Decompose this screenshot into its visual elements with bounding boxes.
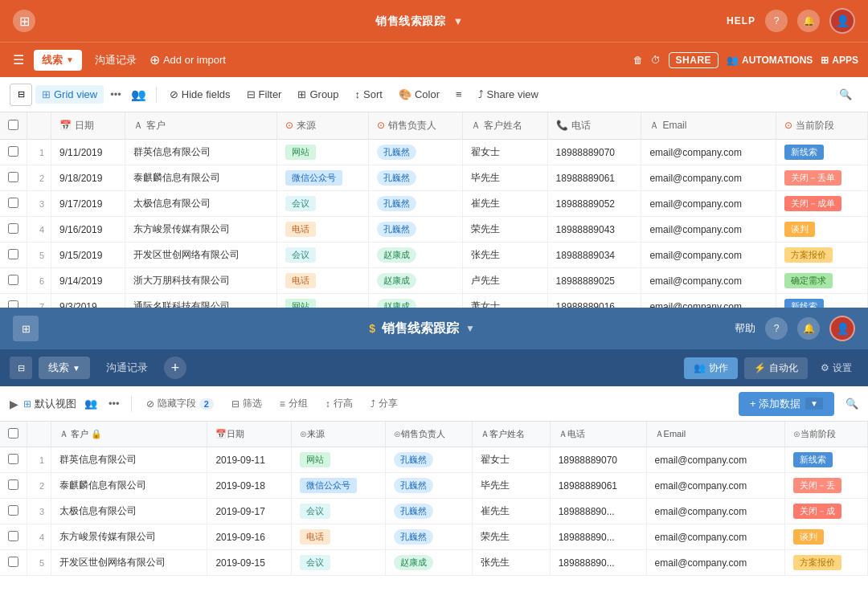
- table-row[interactable]: 6 9/14/2019 浙大万朋科技有限公司 电话 赵康成 卢先生 189888…: [0, 268, 868, 294]
- row-checkbox[interactable]: [0, 191, 27, 217]
- bottom-header-customer[interactable]: Ａ 客户 🔒: [51, 422, 207, 447]
- table-row[interactable]: 2 9/18/2019 泰麒麟信息有限公司 微信公众号 孔巍然 毕先生 1898…: [0, 165, 868, 191]
- bottom-header-checkbox[interactable]: [0, 422, 27, 447]
- table-row[interactable]: 5 9/15/2019 开发区世创网络有限公司 会议 赵康成 张先生 18988…: [0, 243, 868, 268]
- header-stage[interactable]: ⊙当前阶段: [776, 112, 868, 140]
- filter-btn[interactable]: ⊟ Filter: [240, 85, 289, 104]
- table-row[interactable]: 3 9/17/2019 太极信息有限公司 会议 孔巍然 崔先生 18988889…: [0, 191, 868, 217]
- bottom-search-btn[interactable]: 🔍: [845, 398, 858, 410]
- row-checkbox[interactable]: [0, 550, 27, 576]
- header-contact[interactable]: Ａ客户姓名: [463, 112, 547, 140]
- bottom-logo[interactable]: ⊞: [13, 316, 39, 341]
- more-views-icon[interactable]: •••: [107, 85, 125, 104]
- row-contact: 萧女士: [463, 294, 547, 308]
- invite-icon[interactable]: 👥: [128, 84, 149, 105]
- bottom-more-icon[interactable]: •••: [105, 394, 123, 413]
- row-num: 4: [27, 524, 51, 550]
- bottom-select-all[interactable]: [8, 428, 18, 439]
- automation-btn[interactable]: ⚡ 自动化: [744, 357, 808, 379]
- row-checkbox[interactable]: [0, 268, 27, 294]
- row-sales-rep: 孔巍然: [369, 140, 463, 165]
- share-badge[interactable]: SHARE: [669, 52, 719, 68]
- table-row[interactable]: 7 9/3/2019 通际名联科技有限公司 网站 赵康成 萧女士 1898888…: [0, 294, 868, 308]
- help-label[interactable]: HELP: [727, 15, 755, 27]
- sort-btn[interactable]: ↕ Sort: [349, 85, 389, 104]
- bottom-header-contact[interactable]: Ａ客户姓名: [473, 422, 551, 447]
- row-checkbox[interactable]: [0, 165, 27, 191]
- bottom-filter-label: 筛选: [243, 397, 262, 410]
- bottom-sidebar-toggle[interactable]: ⊟: [10, 357, 32, 379]
- bottom-header-sales[interactable]: ⊙销售负责人: [386, 422, 473, 447]
- default-view-btn[interactable]: ⊞ 默认视图: [23, 397, 76, 411]
- search-btn[interactable]: 🔍: [833, 85, 858, 104]
- bottom-share-btn[interactable]: ⤴ 分享: [364, 394, 404, 413]
- row-height-btn[interactable]: ≡: [449, 85, 469, 104]
- grid-view-btn[interactable]: ⊞ Grid view: [35, 85, 104, 104]
- header-checkbox[interactable]: [0, 112, 27, 140]
- bottom-people-icon[interactable]: 👥: [81, 394, 100, 413]
- row-checkbox[interactable]: [0, 447, 27, 473]
- row-checkbox[interactable]: [0, 524, 27, 550]
- sidebar-toggle[interactable]: ⊟: [10, 84, 32, 106]
- bottom-notification-icon[interactable]: 🔔: [797, 317, 820, 340]
- table-row[interactable]: 3 太极信息有限公司 2019-09-17 会议 孔巍然 崔先生 1898888…: [0, 499, 868, 524]
- collab-btn[interactable]: 👥 协作: [684, 357, 738, 379]
- header-customer[interactable]: Ａ客户: [125, 112, 277, 140]
- row-checkbox[interactable]: [0, 473, 27, 499]
- table-row[interactable]: 4 9/16/2019 东方峻景传媒有限公司 电话 孔巍然 荣先生 189888…: [0, 217, 868, 243]
- settings-btn[interactable]: ⚙ 设置: [814, 357, 858, 379]
- automations-btn[interactable]: 👥 AUTOMATIONS: [727, 55, 813, 66]
- row-checkbox[interactable]: [0, 294, 27, 308]
- row-checkbox[interactable]: [0, 499, 27, 524]
- bottom-header-email[interactable]: ＡEmail: [646, 422, 784, 447]
- bottom-header-date[interactable]: 📅日期: [207, 422, 292, 447]
- table-row[interactable]: 5 开发区世创网络有限公司 2019-09-15 会议 赵康成 张先生 1898…: [0, 550, 868, 576]
- app-logo[interactable]: ⊞: [13, 10, 35, 32]
- table-row[interactable]: 1 9/11/2019 群英信息有限公司 网站 孔巍然 翟女士 18988889…: [0, 140, 868, 165]
- trash-icon[interactable]: 🗑: [633, 55, 643, 66]
- bottom-hide-fields-btn[interactable]: ⊘ 隐藏字段 2: [140, 394, 220, 413]
- header-email[interactable]: ＡEmail: [641, 112, 776, 140]
- table-row[interactable]: 2 泰麒麟信息有限公司 2019-09-18 微信公众号 孔巍然 毕先生 189…: [0, 473, 868, 499]
- bottom-header-stage[interactable]: ⊙当前阶段: [785, 422, 868, 447]
- hamburger-icon[interactable]: ☰: [10, 49, 27, 71]
- group-btn[interactable]: ⊞ Group: [291, 85, 345, 104]
- leads-tab[interactable]: 线索 ▼: [34, 50, 82, 71]
- help-icon[interactable]: ?: [765, 10, 788, 32]
- color-btn[interactable]: 🎨 Color: [392, 85, 446, 104]
- add-data-btn[interactable]: + 添加数据 ▼: [739, 392, 834, 416]
- row-checkbox[interactable]: [0, 217, 27, 243]
- table-row[interactable]: 1 群英信息有限公司 2019-09-11 网站 孔巍然 翟女士 1898888…: [0, 447, 868, 473]
- bottom-add-tab[interactable]: +: [164, 357, 186, 379]
- bottom-help-label[interactable]: 帮助: [735, 321, 755, 336]
- row-customer: 泰麒麟信息有限公司: [51, 473, 207, 499]
- collab-label: 协作: [709, 361, 728, 375]
- add-import-btn[interactable]: ⊕ Add or import: [149, 52, 226, 67]
- bottom-header-source[interactable]: ⊙来源: [292, 422, 386, 447]
- table-row[interactable]: 4 东方峻景传媒有限公司 2019-09-16 电话 孔巍然 荣先生 18988…: [0, 524, 868, 550]
- header-phone[interactable]: 📞电话: [547, 112, 641, 140]
- expand-icon[interactable]: ▶: [10, 398, 18, 410]
- bottom-help-icon[interactable]: ?: [765, 317, 788, 340]
- user-avatar[interactable]: 👤: [829, 8, 855, 34]
- bottom-user-avatar[interactable]: 👤: [829, 316, 855, 341]
- select-all-checkbox[interactable]: [8, 120, 18, 130]
- bottom-group-btn[interactable]: ≡ 分组: [273, 394, 314, 413]
- share-view-btn[interactable]: ⤴ Share view: [472, 85, 545, 104]
- chat-tab[interactable]: 沟通记录: [88, 50, 143, 71]
- bottom-chat-tab[interactable]: 沟通记录: [96, 357, 158, 379]
- history-icon[interactable]: ⏱: [651, 55, 661, 66]
- apps-btn[interactable]: ⊞ APPS: [821, 55, 858, 66]
- bottom-filter-btn[interactable]: ⊟ 筛选: [225, 394, 268, 413]
- header-source[interactable]: ⊙来源: [277, 112, 369, 140]
- row-checkbox[interactable]: [0, 243, 27, 268]
- bottom-header-phone[interactable]: Ａ电话: [550, 422, 646, 447]
- bottom-leads-tab[interactable]: 线索 ▼: [39, 357, 90, 379]
- hide-fields-btn[interactable]: ⊘ Hide fields: [163, 85, 237, 104]
- header-sales-rep[interactable]: ⊙销售负责人: [369, 112, 463, 140]
- header-date[interactable]: 📅日期: [51, 112, 125, 140]
- row-checkbox[interactable]: [0, 140, 27, 165]
- bottom-row-height-btn[interactable]: ↕ 行高: [319, 394, 359, 413]
- row-email: email@company.com: [641, 243, 776, 268]
- notification-icon[interactable]: 🔔: [797, 10, 820, 32]
